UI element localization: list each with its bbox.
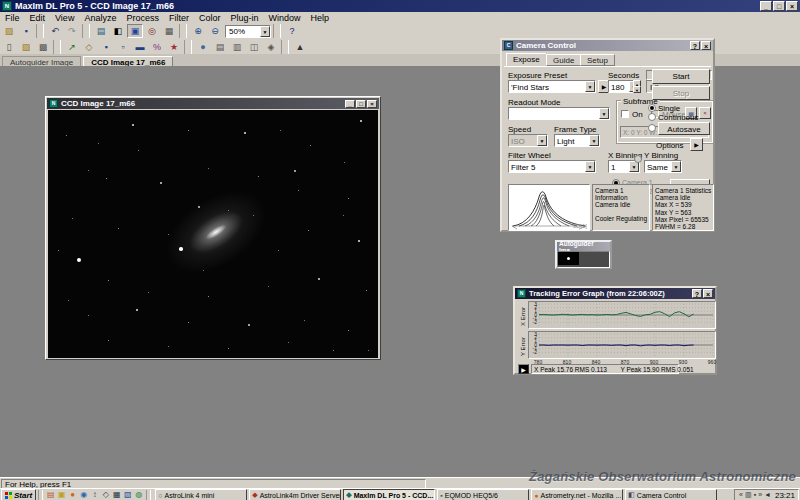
menu-process[interactable]: Process <box>121 13 164 23</box>
maximize-button[interactable]: □ <box>356 100 366 108</box>
zoom-in-icon[interactable]: ⊕ <box>190 24 206 38</box>
task-astrolink4m-driver-server[interactable]: ◆AstroLink4m Driver Server <box>249 489 341 500</box>
save-icon[interactable]: ▪ <box>18 24 34 38</box>
tab-setup[interactable]: Setup <box>580 54 615 66</box>
notes-icon[interactable]: ▣ <box>56 490 67 500</box>
menu-analyze[interactable]: Analyze <box>79 13 121 23</box>
undo-icon[interactable]: ↶ <box>47 24 63 38</box>
desktop-icon[interactable]: ▧ <box>122 490 133 500</box>
open-image-icon[interactable]: ▨ <box>18 40 34 54</box>
profile-mode-label[interactable]: 3D[1] <box>573 223 587 229</box>
exposure-preset-combo[interactable]: 'Find Stars <box>508 80 596 93</box>
zoom-out-icon[interactable]: ⊖ <box>207 24 223 38</box>
save-all-icon[interactable]: ▬ <box>132 40 148 54</box>
browser-icon[interactable]: ◉ <box>78 490 89 500</box>
dropdown-arrow-icon[interactable]: ▼ <box>260 26 270 37</box>
crosshair-icon[interactable]: ◎ <box>144 24 160 38</box>
mail-icon[interactable]: ▤ <box>45 490 56 500</box>
options-menu-button[interactable]: ▶ <box>690 138 703 151</box>
help-button[interactable]: ? <box>690 41 700 50</box>
usb-icon[interactable]: ↕ <box>89 490 100 500</box>
star-tool-icon[interactable]: ★ <box>166 40 182 54</box>
stretch-percent-icon[interactable]: % <box>149 40 165 54</box>
y-binning-combo[interactable]: Same <box>644 160 682 173</box>
context-help-icon[interactable]: ? <box>284 24 300 38</box>
subframe-on-checkbox[interactable] <box>621 110 629 118</box>
window-share-icon[interactable]: ◫ <box>246 40 262 54</box>
quick-stretch-icon[interactable]: ◧ <box>110 24 126 38</box>
autosave-radio[interactable] <box>648 124 656 132</box>
antivirus-icon[interactable]: ◍ <box>133 490 144 500</box>
tab-guide[interactable]: Guide <box>546 54 581 66</box>
print-setup-icon[interactable]: ▥ <box>229 40 245 54</box>
autosave-setup-icon[interactable]: ▫ <box>115 40 131 54</box>
open-file-icon[interactable]: ▨ <box>1 24 17 38</box>
camera-control-window[interactable]: C Camera Control ? × Expose Guide Setup … <box>500 38 715 232</box>
close-button[interactable]: × <box>786 1 798 11</box>
minimize-button[interactable]: _ <box>760 1 772 11</box>
hand-icon[interactable]: ◇ <box>81 40 97 54</box>
menu-plug-in[interactable]: Plug-in <box>225 13 263 23</box>
help-button[interactable]: ? <box>692 289 702 298</box>
sync-icon[interactable]: » <box>758 491 762 499</box>
camera1-radio[interactable] <box>634 155 642 163</box>
screen-stretch-icon[interactable]: ▤ <box>93 24 109 38</box>
tracking-graph-titlebar[interactable]: N Tracking Error Graph (from 22:06:00Z) … <box>515 288 715 299</box>
safely-remove-icon[interactable]: « <box>739 491 743 499</box>
speed-combo[interactable]: ISO <box>508 134 548 147</box>
seconds-down-button[interactable]: ▼ <box>633 86 641 93</box>
tracking-error-graph-window[interactable]: N Tracking Error Graph (from 22:06:00Z) … <box>513 286 717 375</box>
readout-mode-combo[interactable] <box>508 107 610 120</box>
camera-control-titlebar[interactable]: C Camera Control ? × <box>502 40 713 51</box>
close-button[interactable]: × <box>701 41 711 50</box>
menu-view[interactable]: View <box>50 13 79 23</box>
close-button[interactable]: × <box>703 289 713 298</box>
single-radio[interactable] <box>648 104 656 112</box>
autoguider-image[interactable] <box>557 251 610 268</box>
ccd-image-titlebar[interactable]: N CCD Image 17_m66 _ □ × <box>47 98 379 109</box>
volume-icon[interactable]: ◄ <box>764 491 771 499</box>
autoguider-image-window[interactable]: Autoguider Ima... <box>555 240 612 269</box>
galaxy-image-m66[interactable] <box>48 110 378 358</box>
tools-icon[interactable]: ◇ <box>100 490 111 500</box>
tab-expose[interactable]: Expose <box>506 53 547 66</box>
start-button[interactable]: Start <box>1 489 36 500</box>
task-astrometry-net-mozilla[interactable]: ●Astrometry.net - Mozilla ... <box>531 489 623 500</box>
autosave-button[interactable]: Autosave <box>658 122 710 135</box>
network-icon[interactable]: ▪ <box>754 491 756 499</box>
redo-icon[interactable]: ↷ <box>64 24 80 38</box>
menu-window[interactable]: Window <box>263 13 305 23</box>
save-image-icon[interactable]: ▪ <box>98 40 114 54</box>
graph-play-button[interactable]: ▶ <box>518 364 529 374</box>
telescope-link-icon[interactable]: ↗ <box>64 40 80 54</box>
task-eqmod-heq5-6[interactable]: ▪EQMOD HEQ5/6 <box>437 489 529 500</box>
image-viewer-icon[interactable]: ▦ <box>111 490 122 500</box>
pan-mode-icon[interactable]: ▦ <box>161 24 177 38</box>
globe-icon[interactable]: ● <box>195 40 211 54</box>
tab-ccd-image-17-m66[interactable]: CCD Image 17_m66 <box>83 56 173 66</box>
link-icon[interactable]: ◈ <box>263 40 279 54</box>
subframe-clear-button[interactable]: × <box>699 107 711 119</box>
menu-filter[interactable]: Filter <box>164 13 194 23</box>
close-button[interactable]: × <box>367 100 377 108</box>
tab-autoguider-image[interactable]: Autoguider Image <box>2 56 81 66</box>
autoguider-titlebar[interactable]: Autoguider Ima... <box>557 242 610 251</box>
menu-edit[interactable]: Edit <box>25 13 51 23</box>
information-window-icon[interactable]: ▣ <box>127 24 143 38</box>
task-astrolink-4-mini[interactable]: ○AstroLink 4 mini <box>155 489 247 500</box>
ccd-image-window[interactable]: N CCD Image 17_m66 _ □ × <box>45 96 381 360</box>
minimize-button[interactable]: _ <box>345 100 355 108</box>
stop-button[interactable]: Stop <box>652 86 710 100</box>
observatory-icon[interactable]: ▩ <box>35 40 51 54</box>
task-camera-control[interactable]: ◧Camera Control <box>625 489 717 500</box>
frame-type-combo[interactable]: Light <box>554 134 600 147</box>
firefox-icon[interactable]: ● <box>67 490 78 500</box>
new-document-icon[interactable]: ▯ <box>1 40 17 54</box>
menu-help[interactable]: Help <box>305 13 334 23</box>
task-maxim-dl-pro-5-ccd[interactable]: ◆MaxIm DL Pro 5 - CCD... <box>343 489 435 500</box>
continuous-radio[interactable] <box>648 113 656 121</box>
display-icon[interactable]: ▥ <box>745 491 752 499</box>
print-icon[interactable]: ▤ <box>212 40 228 54</box>
start-button[interactable]: Start <box>652 69 710 84</box>
menu-color[interactable]: Color <box>194 13 226 23</box>
